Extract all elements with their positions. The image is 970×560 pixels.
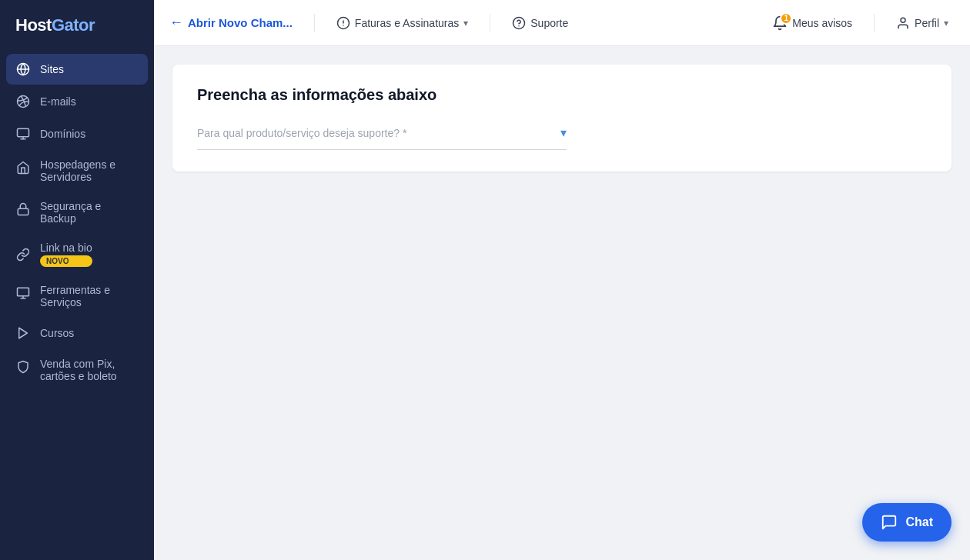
emails-icon bbox=[15, 94, 31, 109]
chat-label: Chat bbox=[905, 515, 933, 529]
topnav-divider-3 bbox=[874, 14, 875, 32]
profile-chevron-icon: ▾ bbox=[944, 18, 948, 28]
svg-rect-7 bbox=[18, 288, 29, 296]
sidebar-item-seguranca-label: Segurança e Backup bbox=[40, 200, 139, 225]
venda-pix-icon bbox=[15, 359, 31, 375]
topnav: ← Abrir Novo Cham... Faturas e Assinatur… bbox=[154, 0, 970, 46]
seguranca-icon bbox=[15, 202, 31, 217]
sites-icon bbox=[15, 62, 31, 77]
svg-rect-3 bbox=[18, 128, 29, 137]
svg-point-14 bbox=[901, 18, 905, 22]
ferramentas-icon bbox=[15, 285, 31, 301]
support-icon bbox=[512, 16, 526, 30]
sidebar-item-seguranca[interactable]: Segurança e Backup bbox=[6, 192, 148, 232]
product-select-wrapper: Para qual produto/serviço deseja suporte… bbox=[197, 122, 567, 150]
select-chevron-icon: ▾ bbox=[560, 125, 567, 140]
link-bio-icon bbox=[15, 247, 31, 262]
billing-button[interactable]: Faturas e Assinaturas ▾ bbox=[330, 12, 474, 35]
billing-chevron-icon: ▾ bbox=[463, 18, 468, 28]
form-card: Preencha as informações abaixo Para qual… bbox=[172, 65, 952, 172]
sidebar-item-venda-pix-label: Venda com Pix, cartões e boleto bbox=[40, 358, 139, 382]
product-select-placeholder: Para qual produto/serviço deseja suporte… bbox=[197, 127, 406, 139]
new-badge: NOVO bbox=[40, 255, 92, 267]
sidebar-item-ferramentas[interactable]: Ferramentas e Serviços bbox=[6, 276, 148, 316]
chat-icon bbox=[881, 514, 898, 531]
support-button[interactable]: Suporte bbox=[506, 12, 574, 35]
cursos-icon bbox=[15, 325, 31, 341]
hospedagens-icon bbox=[15, 160, 31, 175]
back-button[interactable]: ← Abrir Novo Cham... bbox=[169, 15, 293, 31]
profile-label: Perfil bbox=[915, 17, 939, 29]
sidebar-nav: Sites E-mails Domínios Hospedagens e Ser… bbox=[0, 54, 154, 390]
sidebar-item-link-bio[interactable]: Link na bio NOVO bbox=[6, 234, 148, 275]
svg-marker-8 bbox=[19, 328, 28, 338]
support-label: Suporte bbox=[530, 17, 568, 29]
sidebar-item-sites-label: Sites bbox=[40, 63, 64, 75]
sidebar-item-hospedagens-label: Hospedagens e Servidores bbox=[40, 158, 139, 183]
profile-icon bbox=[896, 16, 910, 30]
svg-rect-6 bbox=[18, 208, 28, 215]
sidebar-item-cursos[interactable]: Cursos bbox=[6, 318, 148, 348]
sidebar: HostGator Sites E-mails Domínios Hosped bbox=[0, 0, 154, 560]
back-arrow-icon: ← bbox=[169, 15, 183, 31]
product-select[interactable]: Para qual produto/serviço deseja suporte… bbox=[197, 122, 567, 143]
back-label: Abrir Novo Cham... bbox=[188, 16, 293, 29]
sidebar-item-venda-pix[interactable]: Venda com Pix, cartões e boleto bbox=[6, 350, 148, 390]
notification-count: 1 bbox=[780, 12, 792, 25]
sidebar-item-hospedagens[interactable]: Hospedagens e Servidores bbox=[6, 151, 148, 191]
sidebar-item-cursos-label: Cursos bbox=[40, 327, 74, 339]
profile-button[interactable]: Perfil ▾ bbox=[890, 12, 955, 35]
notifications-button[interactable]: 1 Meus avisos bbox=[766, 11, 858, 35]
form-title: Preencha as informações abaixo bbox=[197, 86, 927, 104]
billing-icon bbox=[336, 16, 350, 30]
sidebar-item-emails[interactable]: E-mails bbox=[6, 86, 148, 117]
sidebar-item-ferramentas-label: Ferramentas e Serviços bbox=[40, 284, 139, 308]
sidebar-item-sites[interactable]: Sites bbox=[6, 54, 148, 85]
main-content: Preencha as informações abaixo Para qual… bbox=[154, 46, 970, 560]
sidebar-item-dominios-label: Domínios bbox=[40, 128, 85, 140]
topnav-divider-1 bbox=[314, 14, 315, 32]
chat-button[interactable]: Chat bbox=[862, 503, 952, 542]
notifications-label: Meus avisos bbox=[792, 17, 852, 29]
topnav-divider-2 bbox=[490, 14, 490, 32]
sidebar-item-emails-label: E-mails bbox=[40, 95, 76, 108]
dominios-icon bbox=[15, 126, 31, 142]
sidebar-item-link-bio-label: Link na bio bbox=[40, 242, 92, 254]
brand-logo: HostGator bbox=[0, 0, 154, 54]
sidebar-item-dominios[interactable]: Domínios bbox=[6, 118, 148, 149]
billing-label: Faturas e Assinaturas bbox=[355, 17, 459, 29]
main-area: ← Abrir Novo Cham... Faturas e Assinatur… bbox=[154, 0, 970, 560]
